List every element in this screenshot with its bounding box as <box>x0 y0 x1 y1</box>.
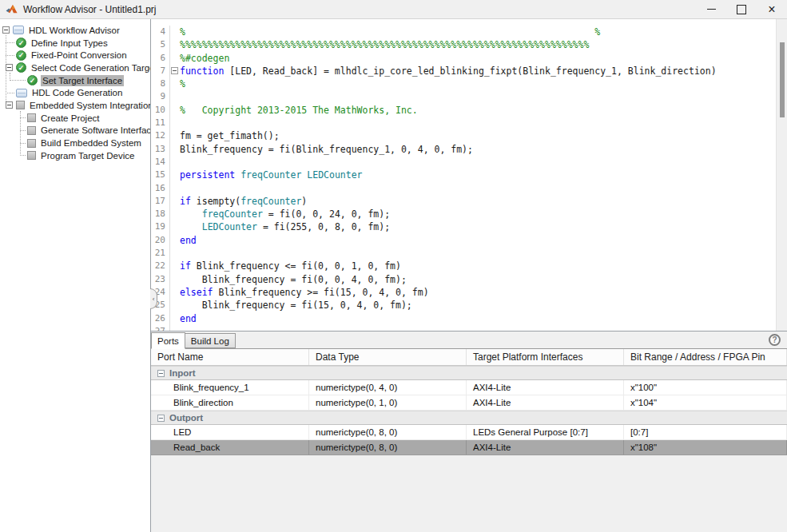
table-cell: Blink_frequency_1 <box>151 380 309 395</box>
tab-build-log[interactable]: Build Log <box>185 333 236 348</box>
sidebar-item-embedded-system-integration[interactable]: Embedded System Integration <box>0 99 150 112</box>
sidebar-item-label: Set Target Interface <box>41 75 124 86</box>
sidebar-item-fixed-point-conversion[interactable]: Fixed-Point Conversion <box>0 49 150 62</box>
collapse-expander-icon[interactable] <box>6 64 13 71</box>
code-line: 12fm = get_fimath(); <box>151 129 787 142</box>
sidebar-item-generate-software-interface[interactable]: Generate Software Interface <box>0 125 150 137</box>
code-token: freqCounter <box>202 208 263 220</box>
editor-scrollbar-thumb[interactable] <box>780 42 785 117</box>
column-header: Data Type <box>309 349 467 365</box>
table-cell: AXI4-Lite <box>467 440 624 455</box>
line-number: 11 <box>151 117 167 129</box>
line-number: 12 <box>151 129 167 142</box>
help-icon[interactable]: ? <box>769 334 781 346</box>
code-text: % Copyright 2013-2015 The MathWorks, Inc… <box>180 104 787 117</box>
sidebar-item-create-project[interactable]: Create Project <box>0 112 150 125</box>
fold-gutter <box>169 129 180 142</box>
code-token <box>180 221 202 232</box>
sidebar-item-hdl-workflow-advisor[interactable]: HDL Workflow Advisor <box>0 24 150 37</box>
code-token: elseif <box>180 287 213 298</box>
task-passed-check-icon <box>16 38 26 48</box>
code-text: freqCounter = fi(0, 0, 24, 0, fm); <box>180 208 787 220</box>
fold-gutter <box>169 182 180 195</box>
sidebar-item-hdl-code-generation[interactable]: HDL Code Generation <box>0 86 150 99</box>
line-number: 10 <box>151 104 167 117</box>
code-text <box>180 247 787 260</box>
fold-gutter <box>169 38 180 51</box>
ports-table-header: Port NameData TypeTarget Platform Interf… <box>151 349 787 366</box>
code-line: 13Blink_frequency = fi(Blink_frequency_1… <box>151 143 787 156</box>
tree-connector-stub <box>20 155 26 156</box>
table-row[interactable]: LEDnumerictype(0, 8, 0)LEDs General Purp… <box>151 425 787 440</box>
table-cell: x"100" <box>624 380 787 395</box>
window-controls <box>696 0 787 18</box>
port-group-outport[interactable]: Outport <box>151 411 787 425</box>
tree-connector-stub <box>20 117 26 118</box>
sidebar-item-program-target-device[interactable]: Program Target Device <box>0 149 150 162</box>
group-collapse-icon[interactable] <box>157 370 165 377</box>
code-token: Blink_frequency <= fi(0, 0, 1, 0, fm) <box>191 260 401 272</box>
code-token: % Copyright 2013-2015 The MathWorks, Inc… <box>180 105 418 116</box>
code-token: persistent <box>180 169 235 181</box>
code-line: 17if isempty(freqCounter) <box>151 195 787 208</box>
table-row[interactable]: Read_backnumerictype(0, 8, 0)AXI4-Litex"… <box>151 440 787 455</box>
port-group-inport[interactable]: Inport <box>151 366 787 380</box>
code-line: 20end <box>151 234 787 247</box>
code-line: 21 <box>151 247 787 260</box>
fold-gutter <box>169 208 180 220</box>
code-token: function <box>180 66 224 77</box>
table-row[interactable]: Blink_directionnumerictype(0, 1, 0)AXI4-… <box>151 395 787 411</box>
minimize-button[interactable] <box>696 0 726 18</box>
code-line: 10% Copyright 2013-2015 The MathWorks, I… <box>151 104 787 117</box>
code-text: % <box>180 77 787 90</box>
table-cell: x"108" <box>624 440 787 455</box>
line-number: 4 <box>151 26 167 38</box>
fold-gutter <box>169 195 180 208</box>
sidebar-item-build-embedded-system[interactable]: Build Embedded System <box>0 137 150 149</box>
line-number: 20 <box>151 234 167 247</box>
code-text: function [LED, Read_back] = mlhdlc_ip_co… <box>180 65 787 77</box>
matlab-logo-icon <box>6 3 18 15</box>
code-editor[interactable]: 4% %5%%%%%%%%%%%%%%%%%%%%%%%%%%%%%%%%%%%… <box>151 19 787 332</box>
port-group-label: Outport <box>169 413 203 423</box>
collapse-expander-icon[interactable] <box>6 101 13 109</box>
maximize-button[interactable] <box>726 0 757 18</box>
code-token: fm = get_fimath(); <box>180 130 280 141</box>
code-text: persistent freqCounter LEDCounter <box>180 169 787 181</box>
fold-gutter <box>169 26 180 38</box>
table-row[interactable]: Blink_frequency_1numerictype(0, 4, 0)AXI… <box>151 380 787 395</box>
table-cell: AXI4-Lite <box>467 380 624 395</box>
task-pending-icon <box>27 113 36 122</box>
fold-gutter <box>169 325 180 332</box>
code-token: Blink_frequency = fi(15, 0, 4, 0, fm); <box>180 300 412 311</box>
code-text: fm = get_fimath(); <box>180 129 787 142</box>
sidebar-item-define-input-types[interactable]: Define Input Types <box>0 37 150 50</box>
line-number: 18 <box>151 208 167 220</box>
line-number: 27 <box>151 325 167 332</box>
right-pane: ‹ 4% %5%%%%%%%%%%%%%%%%%%%%%%%%%%%%%%%%%… <box>151 19 787 532</box>
code-text: Blink_frequency = fi(0, 0, 4, 0, fm); <box>180 273 787 286</box>
code-token: Blink_frequency = fi(0, 0, 4, 0, fm); <box>180 274 407 285</box>
code-text: Blink_frequency = fi(Blink_frequency_1, … <box>180 143 787 156</box>
close-button[interactable] <box>757 0 787 18</box>
group-collapse-icon[interactable] <box>157 415 165 422</box>
fold-gutter <box>169 104 180 117</box>
table-cell: numerictype(0, 8, 0) <box>309 425 467 439</box>
sidebar-item-label: Create Project <box>39 113 101 124</box>
fold-gutter <box>169 260 180 272</box>
sidebar-item-select-code-generation-target[interactable]: Select Code Generation Target <box>0 62 150 74</box>
code-token: isempty( <box>191 196 240 207</box>
code-token: % % <box>180 26 600 38</box>
editor-scrollbar[interactable] <box>776 19 787 331</box>
tree-connector-stub <box>10 80 26 81</box>
sidebar-item-label: Select Code Generation Target <box>30 62 151 73</box>
line-number: 15 <box>151 169 167 181</box>
code-line: 22if Blink_frequency <= fi(0, 0, 1, 0, f… <box>151 260 787 272</box>
code-token: freqCounter <box>240 196 301 207</box>
code-text: LEDCounter = fi(255, 0, 8, 0, fm); <box>180 220 787 233</box>
sidebar-item-set-target-interface[interactable]: Set Target Interface <box>0 74 150 87</box>
collapse-expander-icon[interactable] <box>2 26 10 34</box>
code-fold-collapse-icon[interactable] <box>171 67 178 74</box>
sidebar-item-label: HDL Workflow Advisor <box>27 25 121 36</box>
tab-ports[interactable]: Ports <box>151 332 185 349</box>
